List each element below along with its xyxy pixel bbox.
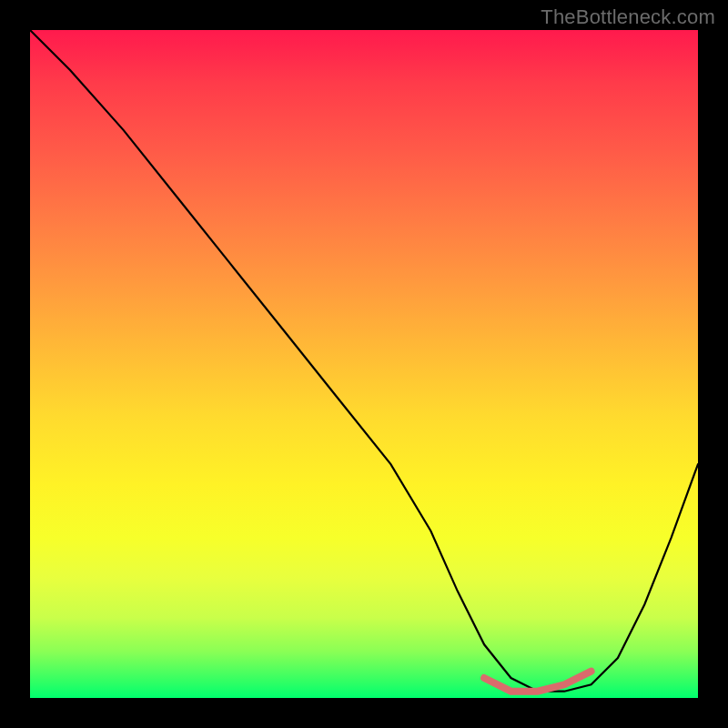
- curve-svg: [30, 30, 698, 698]
- watermark-text: TheBottleneck.com: [541, 5, 715, 29]
- plot-area: [30, 30, 698, 698]
- bottleneck-curve: [30, 30, 698, 692]
- chart-frame: TheBottleneck.com: [0, 0, 728, 728]
